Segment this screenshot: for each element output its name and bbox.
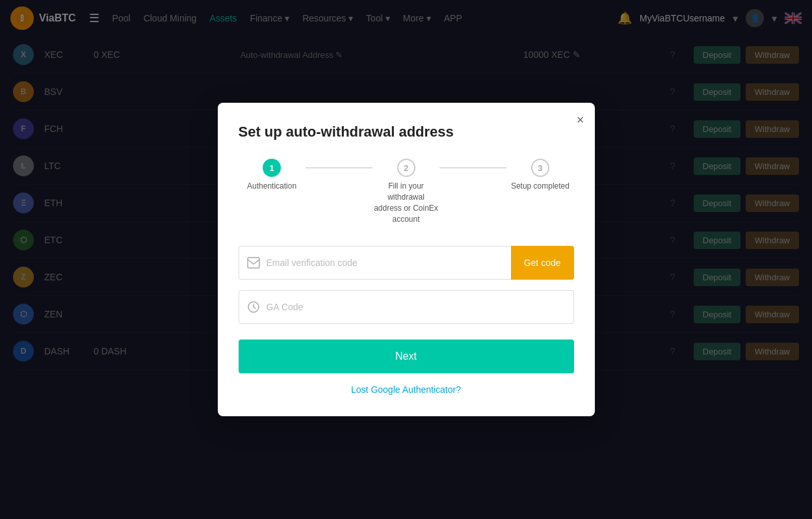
stepper-step-2: 2 Fill in your withdrawal address or Coi… xyxy=(373,159,439,224)
email-row: Get code xyxy=(239,246,574,280)
modal-close-button[interactable]: × xyxy=(577,113,584,126)
email-icon xyxy=(247,257,260,269)
ga-field-wrapper xyxy=(239,290,574,324)
get-code-button[interactable]: Get code xyxy=(511,246,574,280)
modal: × Set up auto-withdrawal address 1 Authe… xyxy=(218,103,595,416)
svg-rect-3 xyxy=(248,258,259,268)
stepper-circle-3: 3 xyxy=(531,159,549,177)
stepper-label-1: Authentication xyxy=(247,181,296,192)
stepper-label-3: Setup completed xyxy=(511,181,570,192)
stepper-label-2: Fill in your withdrawal address or CoinE… xyxy=(374,181,439,224)
email-verification-input[interactable] xyxy=(267,258,503,268)
stepper-line-2 xyxy=(439,167,506,168)
stepper-step-3: 3 Setup completed xyxy=(506,159,573,192)
email-field-wrapper xyxy=(239,246,511,280)
stepper-circle-2: 2 xyxy=(397,159,415,177)
stepper-line-1 xyxy=(306,167,373,168)
modal-overlay: × Set up auto-withdrawal address 1 Authe… xyxy=(0,0,812,519)
next-button[interactable]: Next xyxy=(239,339,574,373)
stepper-step-1: 1 Authentication xyxy=(239,159,306,192)
stepper: 1 Authentication 2 Fill in your withdraw… xyxy=(239,159,574,224)
lost-ga-link[interactable]: Lost Google Authenticator? xyxy=(351,384,461,395)
ga-icon xyxy=(247,300,260,313)
stepper-circle-1: 1 xyxy=(263,159,281,177)
modal-title: Set up auto-withdrawal address xyxy=(239,124,574,140)
ga-code-input[interactable] xyxy=(267,302,566,312)
